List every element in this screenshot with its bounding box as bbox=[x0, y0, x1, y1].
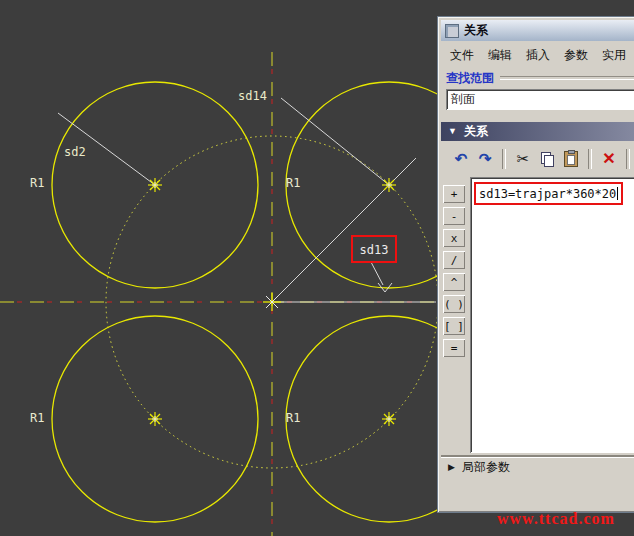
watermark: www.ttcad.com bbox=[497, 510, 615, 528]
paste-icon[interactable] bbox=[560, 148, 582, 170]
center-marker-bottom-left bbox=[148, 412, 162, 426]
group-divider bbox=[500, 76, 634, 80]
operator-power[interactable]: ^ bbox=[443, 273, 465, 291]
undo-icon[interactable]: ↶ bbox=[450, 148, 472, 170]
expand-icon[interactable]: ▶ bbox=[448, 463, 455, 472]
toolbar-separator bbox=[626, 149, 630, 169]
relation-text[interactable]: sd13=trajpar*360*20 bbox=[479, 187, 616, 201]
radius-label-bottom-right[interactable]: R1 bbox=[286, 411, 300, 425]
radius-label-top-right[interactable]: R1 bbox=[286, 176, 300, 190]
dimension-leader-sd14 bbox=[281, 98, 389, 185]
menu-file[interactable]: 文件 bbox=[443, 44, 481, 67]
combobox-value: 剖面 bbox=[446, 91, 634, 108]
menubar: 文件 编辑 插入 参数 实用 bbox=[441, 44, 634, 66]
operator-brackets[interactable]: [ ] bbox=[443, 317, 465, 335]
look-in-group: 查找范围 bbox=[446, 71, 634, 85]
center-marker-top-left bbox=[148, 178, 162, 192]
relations-section-bar[interactable]: ▼ 关系 bbox=[441, 122, 634, 141]
copy-glyph bbox=[541, 152, 554, 166]
dialog-titlebar[interactable]: 关系 bbox=[441, 20, 634, 41]
toolbar-separator bbox=[502, 149, 506, 169]
operator-strip: + - x / ^ ( ) [ ] = bbox=[443, 185, 467, 357]
sd13-arrow-leader bbox=[371, 262, 383, 285]
radius-label-top-left[interactable]: R1 bbox=[30, 176, 44, 190]
relation-editor[interactable]: sd13=trajpar*360*20 bbox=[470, 177, 634, 453]
look-in-combobox[interactable]: 剖面 ▼ bbox=[446, 89, 634, 110]
local-params-label: 局部参数 bbox=[462, 459, 510, 476]
toolbar-separator bbox=[588, 149, 592, 169]
menu-edit[interactable]: 编辑 bbox=[481, 44, 519, 67]
operator-parentheses[interactable]: ( ) bbox=[443, 295, 465, 313]
operator-minus[interactable]: - bbox=[443, 207, 465, 225]
copy-icon[interactable] bbox=[536, 148, 558, 170]
local-params-bar[interactable]: ▶ 局部参数 bbox=[441, 457, 634, 477]
relation-highlight-box[interactable]: sd13=trajpar*360*20 bbox=[474, 182, 623, 205]
window-icon bbox=[445, 24, 459, 38]
app-screen: sd14 sd2 sd13 R1 R1 R1 R1 关系 文件 编辑 插入 参数… bbox=[0, 0, 634, 536]
operator-plus[interactable]: + bbox=[443, 185, 465, 203]
center-marker-bottom-right bbox=[382, 412, 396, 426]
operator-equals[interactable]: = bbox=[443, 339, 465, 357]
delete-icon[interactable]: ✕ bbox=[598, 148, 620, 170]
relations-dialog: 关系 文件 编辑 插入 参数 实用 查找范围 剖面 ▼ ▼ 关系 ↶ ↷ ✂ bbox=[437, 16, 634, 513]
operator-multiply[interactable]: x bbox=[443, 229, 465, 247]
text-caret bbox=[617, 187, 618, 200]
relations-section-title: 关系 bbox=[464, 123, 488, 140]
collapse-icon[interactable]: ▼ bbox=[448, 127, 457, 136]
center-marker-top-right bbox=[382, 178, 396, 192]
dimension-label-sd13[interactable]: sd13 bbox=[360, 243, 389, 257]
dimension-label-sd2[interactable]: sd2 bbox=[64, 145, 86, 159]
cut-icon[interactable]: ✂ bbox=[512, 148, 534, 170]
paste-glyph bbox=[564, 151, 578, 167]
menu-insert[interactable]: 插入 bbox=[519, 44, 557, 67]
dimension-label-sd14[interactable]: sd14 bbox=[238, 89, 267, 103]
radius-label-bottom-left[interactable]: R1 bbox=[30, 411, 44, 425]
menu-parameters[interactable]: 参数 bbox=[557, 44, 595, 67]
relations-toolbar: ↶ ↷ ✂ ✕ bbox=[441, 144, 634, 173]
operator-divide[interactable]: / bbox=[443, 251, 465, 269]
redo-icon[interactable]: ↷ bbox=[474, 148, 496, 170]
dialog-title: 关系 bbox=[464, 22, 488, 39]
look-in-label: 查找范围 bbox=[446, 70, 494, 87]
menu-utilities[interactable]: 实用 bbox=[595, 44, 633, 67]
